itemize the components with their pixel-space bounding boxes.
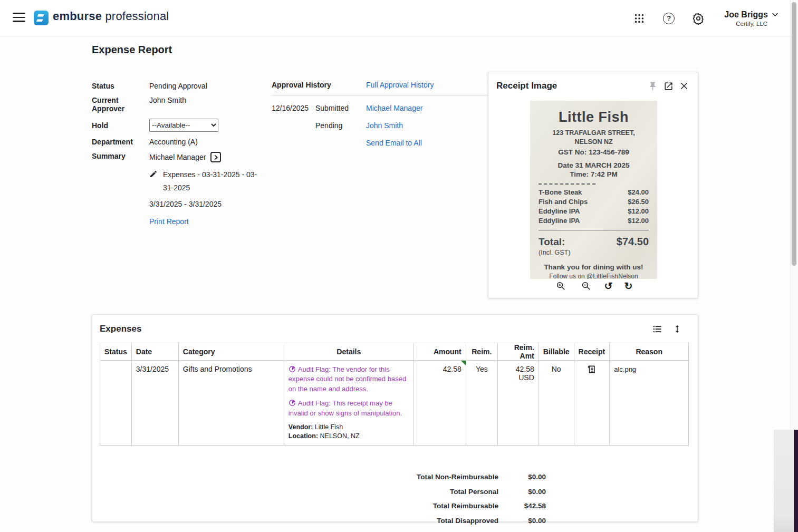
pin-icon[interactable]	[646, 80, 659, 92]
col-header-reim[interactable]: Reim.	[466, 343, 497, 361]
audit-flag: Audit Flag: The vendor for this expense …	[289, 365, 409, 394]
col-header-status[interactable]: Status	[100, 343, 132, 361]
col-header-details[interactable]: Details	[284, 343, 414, 361]
totals-panel: Total Non-Reimbursable $0.00 Total Perso…	[100, 473, 546, 532]
receipt-image-card: Receipt Image Little Fish 123 TRAFALGAR …	[488, 72, 698, 298]
receipt-total-note: (Incl. GST)	[530, 249, 657, 256]
expense-amount-cell: 42.58	[414, 361, 466, 446]
full-approval-history-link[interactable]: Full Approval History	[366, 81, 434, 89]
page-title: Expense Report	[92, 44, 172, 56]
col-header-category[interactable]: Category	[178, 343, 284, 361]
user-menu[interactable]: Joe Briggs Certify, LLC	[724, 10, 779, 27]
hold-label: Hold	[92, 121, 149, 130]
vendor-line: Vendor: Little Fish	[289, 423, 409, 432]
brand-bold: emburse	[53, 9, 102, 23]
brand-wordmark: emburse professional	[53, 9, 169, 23]
report-info-panel: Status Pending Approval Current Approver…	[92, 82, 266, 226]
print-report-link[interactable]: Print Report	[149, 217, 189, 226]
total-row: Total Disapproved $0.00	[100, 517, 546, 525]
report-name[interactable]: Expenses - 03-31-2025 - 03-31-2025	[163, 168, 258, 194]
expense-date-cell: 3/31/2025	[131, 361, 178, 446]
col-header-date[interactable]: Date	[131, 343, 178, 361]
receipt-address-2: NELSON NZ	[530, 138, 657, 147]
expenses-table: Status Date Category Details Amount Reim…	[100, 343, 689, 446]
receipt-footer-1: Thank you for dining with us!	[530, 263, 657, 271]
top-bar: emburse professional ? Joe Briggs Certif…	[0, 0, 798, 36]
rotate-ccw-icon[interactable]: ↺	[604, 281, 613, 291]
receipt-line-item: Fish and Chips$26.50	[539, 197, 649, 207]
zoom-out-icon[interactable]	[579, 279, 593, 293]
department-value: Accounting (A)	[149, 138, 198, 146]
summary-value: Michael Manager	[149, 153, 206, 161]
expense-row[interactable]: 3/31/2025 Gifts and Promotions Audit Fla…	[100, 361, 689, 446]
expense-receipt-cell	[574, 361, 610, 446]
receipt-line-item: Eddyline IPA$12.00	[539, 207, 649, 216]
receipt-line-item: Eddyline IPA$12.00	[539, 216, 649, 226]
receipt-image[interactable]: Little Fish 123 TRAFALGAR STREET, NELSON…	[530, 101, 657, 279]
receipt-address-1: 123 TRAFALGAR STREET,	[530, 129, 657, 138]
list-view-icon[interactable]	[650, 322, 664, 336]
open-summary-icon[interactable]	[210, 152, 221, 162]
current-approver-label: Current Approver	[92, 96, 149, 113]
settings-gear-icon[interactable]	[691, 12, 705, 25]
status-value: Pending Approval	[149, 82, 207, 90]
scrollbar-thumb[interactable]	[792, 2, 796, 266]
status-label: Status	[92, 82, 149, 90]
col-header-amount[interactable]: Amount	[414, 343, 466, 361]
send-email-to-all-link[interactable]: Send Email to All	[366, 138, 422, 148]
expense-details-cell: Audit Flag: The vendor for this expense …	[284, 361, 414, 446]
col-header-reim-amt[interactable]: Reim. Amt	[497, 343, 539, 361]
expense-billable-cell: No	[539, 361, 574, 446]
open-external-icon[interactable]	[662, 80, 675, 92]
hamburger-menu-icon[interactable]	[13, 13, 25, 23]
receipt-vendor: Little Fish	[530, 109, 657, 125]
report-date-range: 3/31/2025 - 3/31/2025	[149, 200, 266, 208]
expense-reim-amt-cell: 42.58 USD	[497, 361, 539, 446]
edit-pencil-icon[interactable]	[149, 170, 158, 178]
hold-select[interactable]: --Available--	[149, 119, 218, 132]
expand-vertical-icon[interactable]	[670, 322, 684, 336]
user-name: Joe Briggs	[724, 10, 768, 20]
audit-flag: Audit Flag: This receipt may be invalid …	[289, 399, 409, 418]
col-header-receipt[interactable]: Receipt	[574, 343, 610, 361]
expense-status-cell	[100, 361, 132, 446]
chevron-down-icon	[771, 11, 779, 18]
help-icon[interactable]: ?	[662, 12, 676, 25]
total-row: Total Reimbursable $42.58	[100, 502, 546, 510]
receipt-date: Date 31 MARCH 2025	[530, 161, 657, 169]
approval-history-title: Approval History	[272, 81, 366, 89]
expense-reason-cell: alc.png	[610, 361, 689, 446]
expenses-header-row: Status Date Category Details Amount Reim…	[100, 343, 689, 361]
close-icon[interactable]	[678, 80, 690, 92]
receipt-line-item: T-Bone Steak$24.00	[539, 188, 649, 197]
total-row: Total Non-Reimbursable $0.00	[100, 473, 546, 481]
location-line: Location: NELSON, NZ	[289, 432, 409, 441]
approver-link[interactable]: John Smith	[366, 121, 403, 130]
expenses-title: Expenses	[100, 324, 644, 334]
col-header-billable[interactable]: Billable	[539, 343, 574, 361]
col-header-reason[interactable]: Reason	[610, 343, 689, 361]
current-approver-value: John Smith	[149, 96, 186, 104]
apps-grid-icon[interactable]	[632, 12, 646, 25]
approval-status: Pending	[315, 121, 366, 130]
receipt-footer-2: Follow us on @LittleFishNelson	[530, 273, 657, 279]
expense-category-cell: Gifts and Promotions	[178, 361, 284, 446]
approval-date: 12/16/2025	[272, 103, 315, 113]
expenses-card: Expenses Statu	[92, 314, 698, 522]
receipt-icon[interactable]	[587, 365, 597, 375]
receipt-image-title: Receipt Image	[496, 81, 643, 91]
brand-light: professional	[105, 9, 169, 23]
zoom-in-icon[interactable]	[554, 279, 568, 293]
expense-reim-cell: Yes	[466, 361, 497, 446]
department-label: Department	[92, 138, 149, 146]
approver-link[interactable]: Michael Manager	[366, 103, 422, 113]
bottom-right-panel-edge	[774, 430, 798, 532]
audit-flag-icon	[289, 365, 296, 373]
rotate-cw-icon[interactable]: ↻	[624, 281, 633, 291]
emburse-logo-icon[interactable]	[34, 11, 49, 25]
receipt-time: Time: 7:42 PM	[530, 170, 657, 178]
approval-status: Submitted	[315, 103, 366, 113]
receipt-gst: GST No: 123-456-789	[530, 148, 657, 156]
total-row: Total Personal $0.00	[100, 488, 546, 496]
user-company: Certify, LLC	[724, 21, 779, 27]
